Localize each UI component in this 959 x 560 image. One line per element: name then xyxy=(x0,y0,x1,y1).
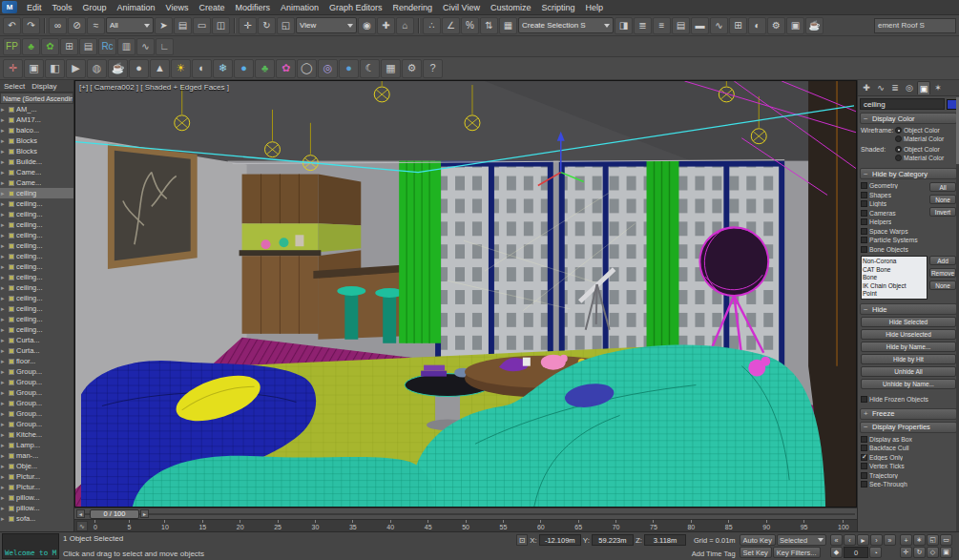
render-setup-icon[interactable]: ⚙ xyxy=(767,17,785,34)
bitmap-icon[interactable]: ▦ xyxy=(381,59,401,78)
selection-lock-icon[interactable]: ⊡ xyxy=(516,534,528,546)
category-checkbox[interactable]: Particle Systems xyxy=(861,236,928,245)
y-coordinate-field[interactable]: 59.223m xyxy=(592,534,634,546)
list-item[interactable]: ▸ Lamp... xyxy=(0,440,73,450)
expand-arrow-icon[interactable]: ▸ xyxy=(1,515,7,523)
list-item[interactable]: ▸ Curta... xyxy=(0,345,73,356)
earth-icon[interactable]: ● xyxy=(339,59,359,78)
selection-filter-dropdown[interactable]: All xyxy=(106,17,154,33)
list-item[interactable]: ▸ Pictur... xyxy=(0,471,73,482)
expand-arrow-icon[interactable]: ▸ xyxy=(1,316,7,323)
viewport-canvas[interactable] xyxy=(75,81,856,507)
list-button[interactable]: None xyxy=(929,280,956,290)
menu-item[interactable]: Group xyxy=(78,1,112,14)
flower-icon[interactable]: ✿ xyxy=(276,59,296,78)
list-item[interactable]: ▸ balco... xyxy=(0,125,73,135)
schematic-view-icon[interactable]: ⊞ xyxy=(729,17,747,34)
list-item[interactable]: ▸ Group... xyxy=(0,398,73,408)
list-item[interactable]: ▸ ceiling... xyxy=(0,314,73,324)
select-object-icon[interactable]: ➤ xyxy=(155,17,173,34)
expand-arrow-icon[interactable]: ▸ xyxy=(1,326,7,334)
list-item[interactable]: ▸ Came... xyxy=(0,167,73,177)
monitor-icon[interactable]: ▣ xyxy=(24,59,44,78)
list-item[interactable]: ▸ Blocks xyxy=(0,135,73,146)
display-property-checkbox[interactable]: See-Through xyxy=(861,480,956,489)
expand-arrow-icon[interactable]: ▸ xyxy=(1,379,7,386)
add-time-tag[interactable]: Add Time Tag xyxy=(692,550,736,558)
category-list-item[interactable]: Point xyxy=(863,290,926,299)
track-bar[interactable]: ∿ 05101520253035404550556065707580859095… xyxy=(74,519,857,531)
list-item[interactable]: ▸ ceiling xyxy=(0,188,73,198)
menu-item[interactable]: Help xyxy=(580,1,608,14)
scene-explorer-icon[interactable]: ≡ xyxy=(653,17,671,34)
mini-curve-editor-icon[interactable]: ∿ xyxy=(76,521,88,531)
expand-arrow-icon[interactable]: ▸ xyxy=(1,253,7,260)
use-pivot-center-icon[interactable]: ◉ xyxy=(358,17,376,34)
key-selection-dropdown[interactable]: Selected xyxy=(777,534,826,546)
rollout-hide[interactable]: − Hide xyxy=(860,303,957,315)
measure-icon[interactable]: ∟ xyxy=(156,38,174,55)
time-slider-bar[interactable]: ◄ 0 / 100 ► xyxy=(74,508,857,519)
display-property-checkbox[interactable]: Edges Only xyxy=(861,453,956,463)
expand-arrow-icon[interactable]: ▸ xyxy=(1,116,7,124)
list-item[interactable]: ▸ Pictur... xyxy=(0,482,73,492)
menu-item[interactable]: Graph Editors xyxy=(324,1,387,14)
radio-shaded-object-color[interactable]: Object Color xyxy=(895,145,944,154)
menu-item[interactable]: Animation xyxy=(113,1,160,14)
object-name-field[interactable]: ceiling xyxy=(860,98,945,110)
list-item[interactable]: ▸ Group... xyxy=(0,387,73,398)
x-coordinate-field[interactable]: -12.109m xyxy=(539,534,581,546)
edit-named-selections-icon[interactable]: ▦ xyxy=(499,17,517,34)
list-item[interactable]: ▸ ceiling... xyxy=(0,209,73,219)
list-item[interactable]: ▸ ceiling... xyxy=(0,198,73,209)
list-button[interactable]: Add xyxy=(929,256,956,265)
material-editor-icon[interactable]: ◐ xyxy=(748,17,766,34)
rollout-freeze[interactable]: + Freeze xyxy=(860,408,957,420)
grid-array-icon[interactable]: ⊞ xyxy=(60,38,78,55)
expand-arrow-icon[interactable]: ▸ xyxy=(1,295,7,302)
app-logo-icon[interactable]: M xyxy=(2,1,17,13)
spline-tools-icon[interactable]: ∿ xyxy=(136,38,155,55)
expand-arrow-icon[interactable]: ▸ xyxy=(1,127,7,135)
railclone-lister-icon[interactable]: ▥ xyxy=(117,38,136,55)
expand-arrow-icon[interactable]: ▸ xyxy=(1,389,7,397)
category-list-item[interactable]: Non-Corona xyxy=(863,258,926,266)
expand-arrow-icon[interactable]: ▸ xyxy=(1,169,7,176)
zoom-region-icon[interactable]: ▭ xyxy=(940,534,952,546)
expand-arrow-icon[interactable]: ▸ xyxy=(1,410,7,418)
orbit-icon[interactable]: ↻ xyxy=(913,547,926,558)
create-tab-icon[interactable]: ✚ xyxy=(860,81,873,94)
radio-wireframe-object-color[interactable]: Object Color xyxy=(895,126,944,135)
reference-coordinate-dropdown[interactable]: View xyxy=(296,17,357,33)
list-item[interactable]: ▸ Group... xyxy=(0,377,73,387)
hide-button[interactable]: Hide Selected xyxy=(861,317,956,327)
list-item[interactable]: ▸ sofa... xyxy=(0,513,73,524)
menu-item[interactable]: Rendering xyxy=(388,1,438,14)
display-tab-icon[interactable]: ▣ xyxy=(917,81,930,94)
saturn-icon[interactable]: ◎ xyxy=(318,59,338,78)
pan-arrows-icon[interactable]: ✛ xyxy=(3,59,23,78)
zoom-extents-icon[interactable]: ◱ xyxy=(927,534,939,546)
rollout-display-color[interactable]: − Display Color xyxy=(860,113,957,124)
display-property-checkbox[interactable]: Backface Cull xyxy=(861,444,956,453)
redo-icon[interactable]: ↷ xyxy=(22,17,40,34)
category-checkbox[interactable]: Geometry xyxy=(861,181,928,191)
layer-explorer-icon[interactable]: ▤ xyxy=(672,17,690,34)
auto-key-button[interactable]: Auto Key xyxy=(740,534,776,546)
undo-icon[interactable]: ↶ xyxy=(3,17,21,34)
camera-viewport[interactable]: [+] [ Camera002 ] [ Shaded + Edged Faces… xyxy=(74,80,857,508)
category-list-item[interactable]: CAT Bone xyxy=(863,266,926,275)
key-mode-toggle-icon[interactable]: ◆ xyxy=(830,547,843,558)
percent-snap-icon[interactable]: % xyxy=(461,17,479,34)
select-and-manipulate-icon[interactable]: ✚ xyxy=(377,17,395,34)
list-button[interactable]: Remove xyxy=(929,268,956,278)
key-filters-button[interactable]: Key Filters... xyxy=(773,547,821,558)
menu-item[interactable]: Civil View xyxy=(438,1,485,14)
menu-item[interactable]: Tools xyxy=(48,1,77,14)
expand-arrow-icon[interactable]: ▸ xyxy=(1,106,7,114)
expand-arrow-icon[interactable]: ▸ xyxy=(1,347,7,355)
list-item[interactable]: ▸ ceiling... xyxy=(0,282,73,293)
next-key-icon[interactable]: ► xyxy=(140,509,149,518)
list-item[interactable]: ▸ ceiling... xyxy=(0,240,73,251)
rollout-display-properties[interactable]: − Display Properties xyxy=(860,422,957,433)
